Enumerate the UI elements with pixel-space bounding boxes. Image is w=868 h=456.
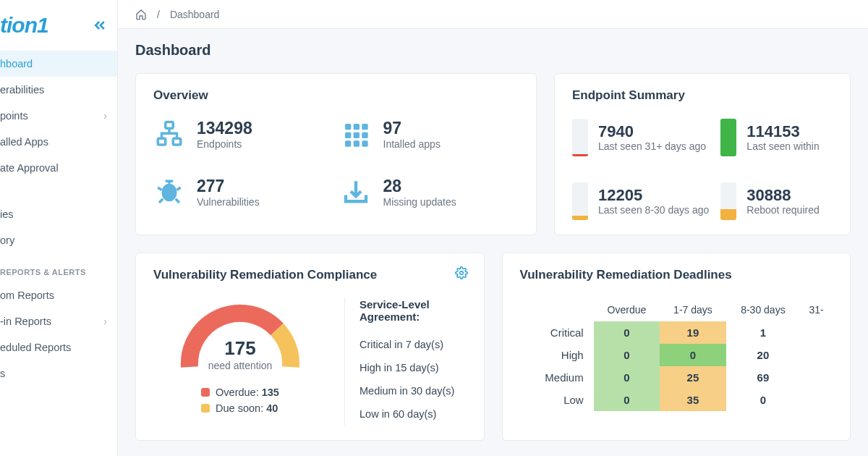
row-label: Medium <box>520 366 594 389</box>
table-row: Low0350 <box>520 389 833 411</box>
overview-title: Overview <box>153 88 519 103</box>
endpoint-stat: 30888Reboot required <box>720 182 833 220</box>
sidebar-item[interactable]: hboard <box>0 51 117 77</box>
sidebar-item[interactable]: s <box>0 360 117 387</box>
home-icon[interactable] <box>135 9 147 20</box>
svg-rect-2 <box>173 138 181 145</box>
table-cell: 69 <box>726 366 800 389</box>
endpoint-summary-title: Endpoint Summary <box>572 88 833 103</box>
endpoint-label: Reboot required <box>746 204 819 216</box>
gauge-label: need attention <box>171 360 309 371</box>
nav-primary: hboarderabilitiespoints›alled Appsate Ap… <box>0 51 117 181</box>
stat-label: Vulnerabilities <box>197 196 260 208</box>
sidebar-item-label: ies <box>0 208 14 220</box>
chevron-right-icon: › <box>103 316 107 327</box>
breadcrumb: / Dashboard <box>118 0 868 29</box>
compliance-card: Vulnerability Remediation Compliance 175 <box>135 253 485 441</box>
legend-text: Overdue: 135 <box>216 387 279 398</box>
svg-point-12 <box>162 184 177 202</box>
stat-label: Intalled apps <box>383 138 441 150</box>
sidebar-item[interactable]: alled Apps <box>0 129 117 155</box>
sidebar-item-label: eduled Reports <box>0 342 71 353</box>
sidebar: tion1 hboarderabilitiespoints›alled Apps… <box>0 0 118 456</box>
stat-item: 28Missing updates <box>340 177 519 208</box>
stat-label: Endpoints <box>197 138 252 150</box>
endpoint-label: Last seen 31+ days ago <box>598 140 706 152</box>
gauge-legend: Overdue: 135Due soon: 40 <box>201 382 279 418</box>
sidebar-item[interactable]: erabilities <box>0 77 117 103</box>
legend-swatch <box>201 404 210 413</box>
row-label: Low <box>520 389 594 411</box>
endpoint-value: 7940 <box>598 123 706 140</box>
sidebar-item[interactable]: ies <box>0 201 117 227</box>
stat-item: 134298Endpoints <box>153 119 333 151</box>
endpoint-label: Last seen within <box>746 140 819 152</box>
endpoint-value: 114153 <box>746 123 819 140</box>
endpoint-bar <box>720 119 736 156</box>
table-cell: 25 <box>660 366 726 389</box>
table-cell: 0 <box>660 344 726 366</box>
logo: tion1 <box>0 13 48 38</box>
endpoint-bar <box>572 119 588 156</box>
gauge-value: 175 <box>171 337 309 360</box>
endpoint-value: 12205 <box>598 187 709 204</box>
sla-row: Low in 60 day(s) <box>359 402 467 426</box>
legend-text: Due soon: 40 <box>216 402 278 414</box>
endpoint-bar <box>572 182 588 220</box>
sidebar-item[interactable]: om Reports <box>0 282 117 308</box>
sidebar-item-label: alled Apps <box>0 136 48 148</box>
endpoint-stat: 12205Last seen 8-30 days ago <box>572 182 709 220</box>
download-icon <box>340 177 372 208</box>
gear-icon <box>455 266 468 279</box>
sla-row: Medium in 30 day(s) <box>359 379 467 402</box>
stat-item: 277Vulnerabilities <box>153 177 333 208</box>
sidebar-item[interactable]: points› <box>0 103 117 129</box>
table-header: 8-30 days <box>726 298 800 321</box>
svg-rect-5 <box>362 124 367 130</box>
sidebar-item-label: ory <box>0 235 14 246</box>
row-label: High <box>520 344 594 366</box>
legend-item: Overdue: 135 <box>201 387 279 398</box>
stat-value: 28 <box>383 177 456 195</box>
settings-button[interactable] <box>455 266 468 279</box>
endpoint-stat: 114153Last seen within <box>720 119 833 156</box>
endpoint-label: Last seen 8-30 days ago <box>598 204 709 216</box>
nav-reports: om Reports-in Reports›eduled Reportss <box>0 282 117 387</box>
table-header: Overdue <box>594 298 660 321</box>
sla-row: High in 15 day(s) <box>359 356 467 379</box>
sidebar-item-label: points <box>0 110 28 122</box>
table-cell: 0 <box>594 344 660 366</box>
table-cell: 0 <box>594 366 660 389</box>
sidebar-item[interactable]: ate Approval <box>0 155 117 181</box>
svg-point-13 <box>459 271 463 275</box>
table-cell: 19 <box>660 321 726 344</box>
deadlines-title: Vulnerability Remediation Deadlines <box>520 268 833 282</box>
sidebar-item-label: erabilities <box>0 84 44 96</box>
sla-title: Service-Level Agreement: <box>359 298 467 323</box>
sidebar-item[interactable]: eduled Reports <box>0 334 117 360</box>
stat-label: Missing updates <box>383 196 456 208</box>
table-cell <box>800 366 833 389</box>
svg-rect-9 <box>345 140 351 146</box>
table-cell: 0 <box>594 389 660 411</box>
endpoint-summary-card: Endpoint Summary 7940Last seen 31+ days … <box>554 73 851 235</box>
deadlines-card: Vulnerability Remediation Deadlines Over… <box>502 253 851 441</box>
table-cell: 0 <box>726 389 800 411</box>
endpoint-stat: 7940Last seen 31+ days ago <box>572 119 709 156</box>
breadcrumb-current: Dashboard <box>170 9 220 20</box>
table-cell: 20 <box>726 344 800 366</box>
table-cell <box>800 321 833 344</box>
collapse-sidebar-button[interactable] <box>93 18 107 33</box>
stat-item: 97Intalled apps <box>340 119 519 151</box>
svg-rect-8 <box>362 132 367 138</box>
sidebar-item[interactable]: -in Reports› <box>0 308 117 334</box>
table-header: 1-7 days <box>660 298 726 321</box>
sidebar-item[interactable]: ory <box>0 227 117 253</box>
compliance-title: Vulnerability Remediation Compliance <box>153 268 467 282</box>
table-row: Medium02569 <box>520 366 833 389</box>
nav-section-label: REPORTS & ALERTS <box>0 253 117 282</box>
legend-item: Due soon: 40 <box>201 402 279 414</box>
table-cell: 35 <box>660 389 726 411</box>
apps-grid-icon <box>340 119 372 151</box>
table-cell: 1 <box>726 321 800 344</box>
